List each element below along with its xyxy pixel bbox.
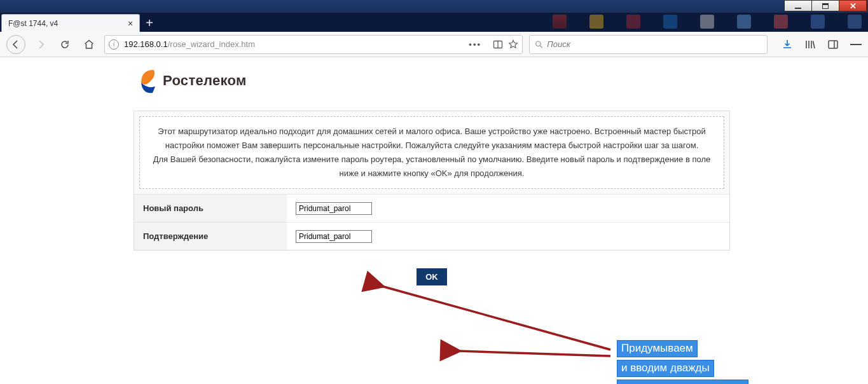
browser-tab-strip: F@st 1744, v4 × + — [0, 13, 868, 32]
search-input[interactable] — [547, 39, 762, 49]
new-password-row: Новый пароль — [134, 194, 729, 222]
brand-logo: Ростелеком — [134, 61, 868, 111]
wizard-instructions: Этот маршрутизатор идеально подходит для… — [139, 116, 724, 189]
confirm-password-label: Подтверждение — [134, 223, 287, 250]
annotation-line-2: и вводим дважды — [617, 360, 714, 377]
annotation-line-3: пароль на вход в роутер — [617, 380, 748, 384]
os-close-button[interactable]: ✕ — [839, 0, 867, 11]
confirm-password-input[interactable] — [296, 230, 372, 243]
svg-line-3 — [540, 45, 542, 47]
browser-toolbar: i 192.168.0.1/rose_wizard_index.htm ••• — [0, 32, 868, 57]
tab-close-button[interactable]: × — [125, 18, 135, 29]
wizard-panel: Этот маршрутизатор идеально подходит для… — [134, 111, 730, 250]
tab-title: F@st 1744, v4 — [8, 19, 58, 28]
brand-name: Ростелеком — [163, 72, 247, 89]
svg-line-6 — [382, 286, 610, 350]
rostelecom-logo-icon — [139, 67, 158, 94]
annotation-line-1: Придумываем — [617, 340, 698, 357]
site-info-icon[interactable]: i — [109, 39, 119, 50]
downloads-icon[interactable] — [782, 39, 793, 50]
url-host: 192.168.0.1 — [124, 39, 168, 49]
bookmark-star-icon[interactable] — [508, 39, 518, 50]
arrow-right-icon — [36, 39, 46, 50]
browser-tab-active[interactable]: F@st 1744, v4 × — [1, 14, 140, 32]
new-password-input[interactable] — [296, 202, 372, 215]
svg-rect-4 — [829, 41, 837, 48]
url-text: 192.168.0.1/rose_wizard_index.htm — [124, 39, 255, 49]
ok-button[interactable]: OK — [417, 268, 447, 285]
menu-button[interactable] — [850, 39, 862, 50]
close-glyph: ✕ — [850, 2, 857, 10]
os-minimize-button[interactable] — [784, 0, 812, 11]
annotation-text: Придумываем и вводим дважды пароль на вх… — [617, 340, 748, 384]
taskbar-shortcuts-blurred — [553, 13, 862, 29]
page-content: Ростелеком Этот маршрутизатор идеально п… — [0, 57, 868, 285]
page-actions-icon[interactable]: ••• — [469, 39, 481, 49]
os-title-bar: ✕ — [0, 0, 868, 13]
reload-button[interactable] — [56, 36, 74, 53]
search-icon — [535, 40, 543, 49]
reader-view-icon[interactable] — [493, 39, 503, 50]
svg-line-7 — [458, 351, 610, 356]
toolbar-right-group — [782, 39, 862, 50]
new-password-label: Новый пароль — [134, 195, 287, 222]
arrow-left-icon — [11, 39, 21, 50]
home-button[interactable] — [80, 36, 98, 53]
svg-point-2 — [536, 41, 541, 46]
sidebar-icon[interactable] — [827, 39, 839, 50]
search-bar[interactable] — [529, 35, 768, 54]
nav-forward-button[interactable] — [32, 36, 50, 53]
new-tab-button[interactable]: + — [140, 14, 159, 32]
library-icon[interactable] — [804, 39, 816, 50]
instructions-text-1: Этот маршрутизатор идеально подходит для… — [149, 125, 715, 153]
confirm-password-row: Подтверждение — [134, 222, 729, 250]
home-icon — [83, 39, 95, 50]
reload-icon — [60, 39, 70, 50]
nav-back-button[interactable] — [6, 35, 25, 54]
url-path: /rose_wizard_index.htm — [168, 39, 255, 49]
instructions-text-2: Для Вашей безопасности, пожалуйста измен… — [149, 153, 715, 181]
address-bar[interactable]: i 192.168.0.1/rose_wizard_index.htm ••• — [104, 35, 523, 54]
os-maximize-button[interactable] — [811, 0, 839, 11]
